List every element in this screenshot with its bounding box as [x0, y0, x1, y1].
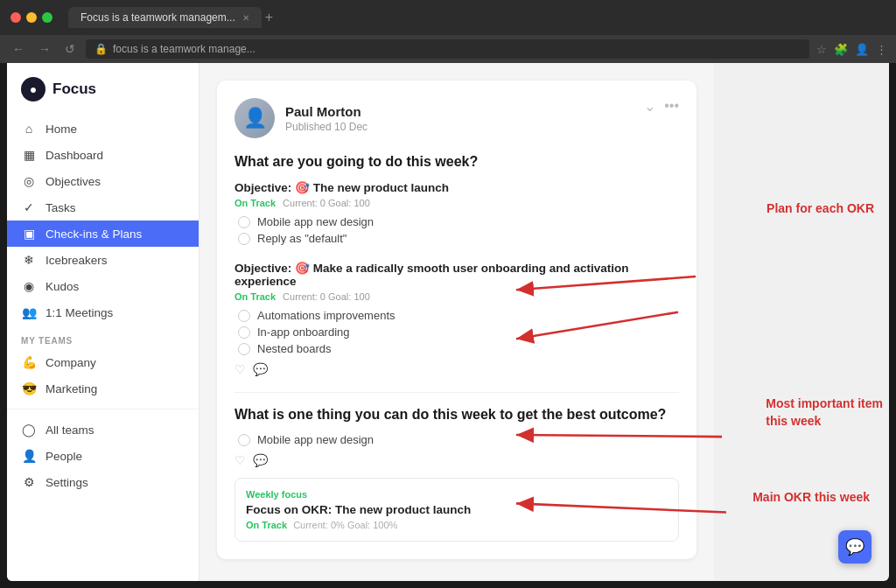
best-outcome-task: Mobile app new design	[234, 433, 679, 446]
sidebar-item-meetings[interactable]: 👥 1:1 Meetings	[7, 299, 199, 326]
sidebar-item-tasks[interactable]: ✓ Tasks	[7, 194, 199, 220]
logo-text: Focus	[52, 80, 96, 98]
weekly-focus-block: Weekly focus Focus on OKR: The new produ…	[234, 478, 679, 542]
objective-1-status-row: On Track Current: 0 Goal: 100	[234, 198, 679, 208]
sidebar-item-dashboard[interactable]: ▦ Dashboard	[7, 142, 199, 168]
objective-2-status-row: On Track Current: 0 Goal: 100	[234, 291, 679, 302]
on-track-badge-1: On Track	[234, 198, 276, 208]
heart-icon-2[interactable]: ♡	[234, 453, 246, 467]
track-meta-1: Current: 0 Goal: 100	[283, 198, 370, 208]
heart-icon[interactable]: ♡	[234, 362, 246, 376]
sidebar-label-dashboard: Dashboard	[46, 149, 103, 162]
on-track-badge-2: On Track	[234, 291, 276, 302]
extensions-icon[interactable]: 🧩	[834, 43, 848, 56]
reaction-row-2: ♡ 💬	[234, 453, 679, 467]
address-text: focus is a teamwork manage...	[113, 43, 256, 55]
tasks-icon: ✓	[21, 200, 37, 214]
card-actions: ⌄ •••	[644, 98, 679, 115]
sidebar-item-settings[interactable]: ⚙ Settings	[7, 469, 199, 495]
minimize-traffic-light[interactable]	[26, 12, 37, 23]
profile-icon[interactable]: 👤	[855, 43, 869, 56]
sidebar-item-icebreakers[interactable]: ❄ Icebreakers	[7, 247, 199, 273]
task-radio-6[interactable]	[238, 434, 250, 446]
comment-icon[interactable]: 💬	[253, 362, 268, 376]
task-radio-2[interactable]	[238, 233, 250, 245]
sidebar-item-home[interactable]: ⌂ Home	[7, 116, 199, 142]
tab-close-icon[interactable]: ✕	[242, 13, 249, 23]
home-icon: ⌂	[21, 122, 37, 136]
menu-icon[interactable]: ⋮	[876, 43, 887, 56]
annotation-area	[714, 63, 889, 581]
task-label-1: Mobile app new design	[257, 215, 374, 228]
sidebar-item-marketing[interactable]: 😎 Marketing	[7, 375, 199, 402]
sidebar-item-people[interactable]: 👤 People	[7, 443, 199, 469]
task-radio-5[interactable]	[238, 343, 250, 355]
sidebar-label-kudos: Kudos	[46, 280, 79, 293]
sidebar-label-marketing: Marketing	[46, 382, 97, 396]
task-item: In-app onboarding	[234, 326, 679, 339]
sidebar-label-company: Company	[46, 356, 96, 369]
dashboard-icon: ▦	[21, 148, 37, 162]
sidebar-label-objectives: Objectives	[46, 175, 101, 188]
section1-title: What are you going to do this week?	[234, 154, 679, 170]
task-label-4: In-app onboarding	[257, 326, 350, 339]
sidebar-item-company[interactable]: 💪 Company	[7, 349, 199, 375]
settings-icon: ⚙	[21, 475, 37, 489]
focus-on-track: On Track	[246, 520, 287, 530]
sidebar-item-kudos[interactable]: ◉ Kudos	[7, 273, 199, 299]
all-teams-icon: ◯	[21, 423, 37, 437]
sidebar-label-all-teams: All teams	[46, 424, 94, 437]
chat-fab-icon: 💬	[845, 537, 864, 556]
sidebar-label-home: Home	[46, 122, 77, 136]
checkin-card: 👤 Paul Morton Published 10 Dec ⌄ •••	[217, 80, 696, 559]
task-radio-1[interactable]	[238, 216, 250, 228]
browser-tab-active[interactable]: Focus is a teamwork managem... ✕	[68, 7, 262, 28]
avatar: 👤	[234, 98, 275, 138]
bookmark-icon[interactable]: ☆	[816, 43, 827, 56]
icebreakers-icon: ❄	[21, 253, 37, 267]
sidebar: ● Focus ⌂ Home ▦ Dashboard ◎ Objectives …	[7, 63, 200, 581]
task-item: Reply as "default"	[234, 232, 679, 245]
more-options-icon[interactable]: •••	[664, 98, 679, 115]
logo-icon: ●	[21, 77, 46, 102]
maximize-traffic-light[interactable]	[42, 12, 52, 23]
sidebar-item-checkins[interactable]: ▣ Check-ins & Plans	[7, 220, 199, 247]
sidebar-label-tasks: Tasks	[46, 201, 76, 214]
section-my-teams: MY TEAMS	[7, 326, 199, 349]
expand-icon[interactable]: ⌄	[644, 98, 655, 115]
section-divider	[234, 392, 679, 393]
best-outcome-label: Mobile app new design	[257, 433, 374, 446]
card-header: 👤 Paul Morton Published 10 Dec ⌄ •••	[234, 98, 679, 138]
objective-block-1: Objective: 🎯 The new product launch On T…	[234, 180, 679, 245]
reaction-row-1: ♡ 💬	[234, 362, 679, 376]
tab-title: Focus is a teamwork managem...	[80, 11, 235, 24]
weekly-focus-label: Weekly focus	[246, 489, 668, 500]
section2-title: What is one thing you can do this week t…	[234, 407, 679, 423]
task-item: Mobile app new design	[234, 215, 679, 228]
task-label-2: Reply as "default"	[257, 232, 346, 245]
meetings-icon: 👥	[21, 305, 37, 319]
user-name: Paul Morton	[285, 104, 368, 119]
objective-block-2: Objective: 🎯 Make a radically smooth use…	[234, 261, 679, 376]
close-traffic-light[interactable]	[10, 12, 21, 23]
chat-fab-button[interactable]: 💬	[838, 530, 872, 564]
track-meta-2: Current: 0 Goal: 100	[283, 291, 370, 302]
forward-button[interactable]: →	[35, 40, 54, 58]
focus-meta: On Track Current: 0% Goal: 100%	[246, 520, 668, 530]
user-published-date: Published 10 Dec	[285, 121, 368, 133]
kudos-icon: ◉	[21, 279, 37, 293]
logo: ● Focus	[7, 77, 199, 116]
new-tab-button[interactable]: +	[265, 10, 273, 25]
comment-icon-2[interactable]: 💬	[253, 453, 268, 467]
sidebar-label-icebreakers: Icebreakers	[46, 254, 108, 267]
task-radio-4[interactable]	[238, 326, 250, 339]
address-bar[interactable]: 🔒 focus is a teamwork manage...	[86, 39, 809, 59]
refresh-button[interactable]: ↺	[61, 40, 79, 58]
task-radio-3[interactable]	[238, 310, 250, 322]
sidebar-label-settings: Settings	[46, 476, 88, 489]
sidebar-item-objectives[interactable]: ◎ Objectives	[7, 168, 199, 194]
objective-2-label: Objective: 🎯 Make a radically smooth use…	[234, 261, 679, 288]
sidebar-item-all-teams[interactable]: ◯ All teams	[7, 416, 199, 443]
marketing-icon: 😎	[21, 382, 37, 396]
back-button[interactable]: ←	[9, 40, 28, 58]
